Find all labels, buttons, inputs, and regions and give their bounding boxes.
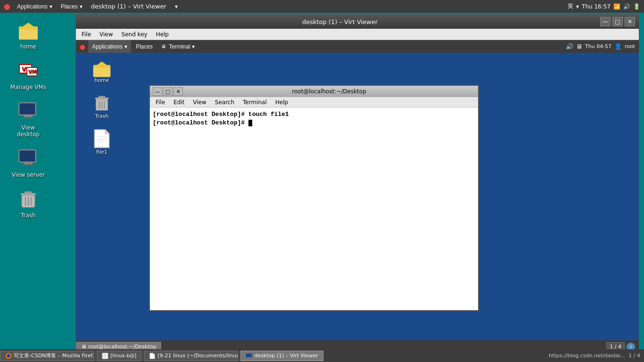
host-taskbar-virtviewer[interactable]: desktop (1) – Virt Viewer	[240, 351, 323, 361]
firefox-icon	[5, 353, 12, 359]
guest-applications-chevron: ▾	[124, 43, 127, 50]
host-icon-view-server[interactable]: View server	[9, 147, 47, 178]
svg-rect-48	[248, 358, 250, 359]
guest-icon-home[interactable]: home	[85, 59, 118, 83]
svg-rect-28	[99, 96, 106, 98]
terminal-menu-terminal[interactable]: Terminal	[239, 98, 271, 107]
terminal-line-1-text: [root@localhost Desktop]# touch file1	[153, 111, 289, 118]
host-taskbar-page-info: 1 / 4	[628, 353, 640, 359]
svg-rect-15	[25, 162, 32, 164]
terminal-maximize-button[interactable]: □	[163, 87, 173, 96]
host-lang[interactable]: 英	[568, 2, 573, 10]
terminal-menu-help[interactable]: Help	[272, 98, 292, 107]
guest-icon-file1-label: file1	[96, 149, 107, 155]
terminal-menubar: File Edit View Search Terminal Help	[150, 97, 478, 107]
virt-minimize-button[interactable]: —	[600, 17, 611, 26]
terminal-close-button[interactable]: ✕	[173, 87, 183, 96]
svg-rect-46	[246, 353, 252, 357]
guest-terminal-menu[interactable]: 🖥 Terminal ▾	[157, 40, 198, 53]
virt-menu-file[interactable]: File	[78, 30, 95, 39]
host-bottom-taskbar: 写文章-CSDN博客 – Mozilla Firef... [linux-bij…	[0, 349, 644, 362]
svg-marker-2	[19, 23, 38, 29]
taskbar-sep-1	[95, 351, 96, 361]
guest-icon-home-label: home	[94, 77, 109, 83]
guest-applications-menu[interactable]: Applications ▾	[88, 40, 131, 53]
svg-rect-47	[247, 357, 251, 358]
host-time: Thu 16:57	[582, 3, 611, 10]
guest-taskbar-right: 🔊 🖥 Thu 04:57 👤 root	[566, 43, 639, 50]
virt-menu-view[interactable]: View	[96, 30, 116, 39]
virt-content: ● Applications ▾ Places 🖥 Terminal ▾	[76, 40, 639, 353]
guest-top-taskbar: ● Applications ▾ Places 🖥 Terminal ▾	[76, 40, 639, 53]
virt-titlebar: desktop (1) – Virt Viewer — □ ✕	[76, 15, 639, 29]
terminal-menu-file[interactable]: File	[152, 98, 169, 107]
svg-rect-18	[25, 191, 32, 194]
host-taskbar-document[interactable]: [9-21 linux (~/Documents/linux-...	[144, 351, 238, 361]
host-taskbar-notes[interactable]: [linux-biji]	[97, 351, 141, 361]
virtviewer-icon	[246, 353, 252, 359]
host-lang-chevron: ▾	[576, 3, 579, 10]
terminal-window: — □ ✕ root@localhost:~/Desktop File Edit…	[149, 85, 479, 311]
host-applications-menu[interactable]: Applications ▾	[13, 0, 56, 13]
host-places-chevron: ▾	[80, 3, 83, 10]
taskbar-sep-2	[142, 351, 143, 361]
terminal-menu-search[interactable]: Search	[211, 98, 238, 107]
host-window-menu[interactable]: ▾	[171, 0, 182, 13]
gnome-icon: ●	[2, 2, 12, 11]
virt-maximize-button[interactable]: □	[612, 17, 623, 26]
svg-rect-11	[25, 115, 32, 117]
host-places-menu[interactable]: Places ▾	[57, 0, 86, 13]
virt-menu-help[interactable]: Help	[152, 30, 173, 39]
guest-time: Thu 04:57	[585, 43, 611, 49]
svg-rect-1	[19, 28, 38, 40]
terminal-menu-edit[interactable]: Edit	[170, 98, 188, 107]
terminal-line-2-text: [root@localhost Desktop]#	[153, 119, 252, 126]
guest-icon-file1[interactable]: file1	[85, 129, 118, 155]
guest-monitor-icon[interactable]: 🖥	[576, 43, 582, 50]
guest-user-label: root	[625, 43, 635, 49]
svg-marker-34	[105, 130, 109, 134]
terminal-menu-view[interactable]: View	[189, 98, 210, 107]
host-icon-trash[interactable]: Trash	[9, 188, 47, 219]
host-taskbar-notes-label: [linux-biji]	[110, 353, 136, 359]
host-icon-manage-vms[interactable]: VM VM Manage VMs	[9, 59, 47, 90]
guest-applications-label: Applications	[92, 43, 123, 50]
host-taskbar-virtviewer-label: desktop (1) – Virt Viewer	[254, 353, 318, 359]
terminal-title: root@localhost:~/Desktop	[183, 88, 475, 95]
host-trash-icon	[17, 188, 40, 210]
svg-rect-16	[23, 164, 34, 165]
manage-vms-icon: VM VM	[17, 59, 40, 82]
guest-icon-trash-label: Trash	[95, 113, 108, 119]
host-taskbar-url-text: https://blog.csdn.net/daidai...	[549, 353, 625, 359]
virt-close-button[interactable]: ✕	[625, 17, 635, 26]
virt-menu-sendkey[interactable]: Send key	[118, 30, 151, 39]
guest-user-icon[interactable]: 👤	[614, 43, 622, 50]
host-wifi-icon: 📶	[613, 3, 620, 10]
guest-file1-icon	[92, 129, 111, 148]
host-window-title-taskbar: desktop (1) – Virt Viewer	[87, 3, 170, 10]
svg-point-39	[7, 354, 10, 357]
guest-places-menu[interactable]: Places	[132, 40, 157, 53]
guest-terminal-chevron: ▾	[192, 43, 195, 50]
host-icon-view-desktop[interactable]: View desktop	[9, 100, 47, 138]
host-volume-icon[interactable]: 🔊	[623, 3, 630, 10]
guest-terminal-label: Terminal	[169, 43, 190, 50]
host-icon-home-label: home	[20, 43, 36, 50]
host-top-taskbar: ● Applications ▾ Places ▾ desktop (1) – …	[0, 0, 644, 13]
terminal-body[interactable]: [root@localhost Desktop]# touch file1 [r…	[150, 107, 478, 310]
host-taskbar-left: ● Applications ▾ Places ▾ desktop (1) – …	[0, 0, 182, 13]
guest-volume-icon[interactable]: 🔊	[566, 43, 573, 50]
svg-rect-10	[20, 104, 35, 114]
view-desktop-icon	[17, 100, 40, 123]
guest-taskbar-left: ● Applications ▾ Places 🖥 Terminal ▾	[76, 40, 198, 53]
guest-icon-trash[interactable]: Trash	[85, 93, 118, 119]
host-taskbar-firefox[interactable]: 写文章-CSDN博客 – Mozilla Firef...	[0, 351, 94, 361]
host-taskbar-firefox-label: 写文章-CSDN博客 – Mozilla Firef...	[14, 352, 94, 359]
svg-marker-26	[93, 61, 110, 67]
guest-desktop: ● Applications ▾ Places 🖥 Terminal ▾	[76, 40, 639, 353]
svg-rect-14	[20, 151, 35, 161]
terminal-titlebar: — □ ✕ root@localhost:~/Desktop	[150, 86, 478, 97]
guest-home-folder-icon	[92, 59, 111, 76]
terminal-minimize-button[interactable]: —	[153, 87, 162, 96]
host-icon-home[interactable]: home	[9, 19, 47, 50]
